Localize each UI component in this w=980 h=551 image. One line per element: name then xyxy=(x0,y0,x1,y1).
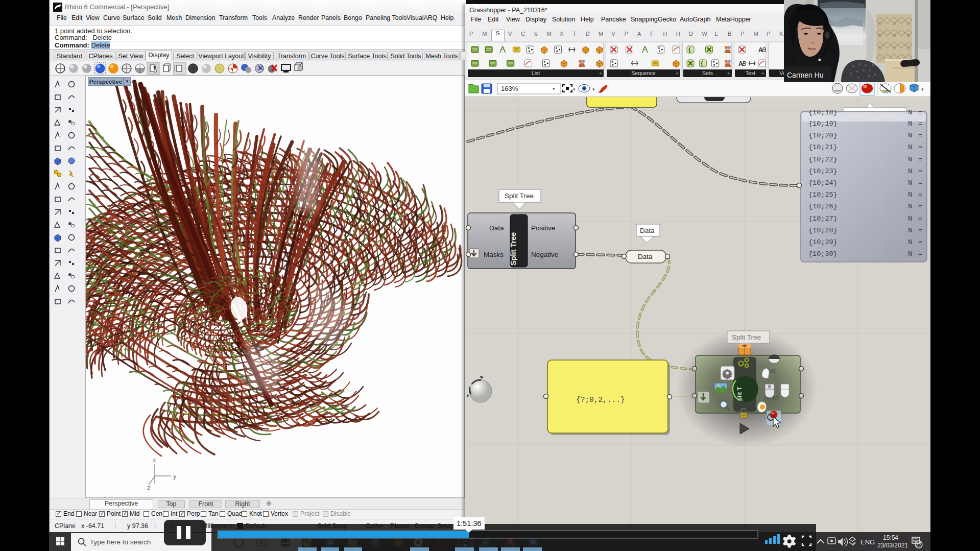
svg-text:Split Tree: Split Tree xyxy=(732,333,761,341)
svg-text:Carmen Hu: Carmen Hu xyxy=(787,71,824,79)
svg-text:=: = xyxy=(918,167,922,175)
svg-text:=: = xyxy=(918,156,922,163)
svg-text:B: B xyxy=(742,60,746,67)
svg-text:=: = xyxy=(918,191,922,199)
svg-text:y: y xyxy=(173,472,177,480)
svg-text:N: N xyxy=(908,143,912,151)
svg-text:▾: ▾ xyxy=(592,87,595,92)
svg-text:Data: Data xyxy=(489,224,504,232)
svg-text:x: x xyxy=(153,456,156,464)
svg-text:{?;0,2,...}: {?;0,2,...} xyxy=(576,396,625,404)
svg-text:=: = xyxy=(918,179,922,187)
svg-text:N: N xyxy=(908,132,912,139)
svg-text:=: = xyxy=(918,215,922,223)
svg-text:▾: ▾ xyxy=(553,86,555,91)
svg-text:{10;23}: {10;23} xyxy=(808,167,838,175)
svg-text:=: = xyxy=(918,132,922,139)
svg-text:1:51:36: 1:51:36 xyxy=(457,519,481,528)
svg-text:N: N xyxy=(908,179,912,187)
svg-text:N: N xyxy=(908,203,912,210)
svg-text:Positive: Positive xyxy=(531,224,555,232)
svg-text:N: N xyxy=(908,109,912,116)
svg-text:Negative: Negative xyxy=(531,251,558,258)
svg-text:{10;21}: {10;21} xyxy=(808,143,838,151)
svg-text:z: z xyxy=(147,484,151,491)
svg-text:▾: ▾ xyxy=(573,87,576,92)
svg-text:=: = xyxy=(918,227,922,234)
svg-text:{10;20}: {10;20} xyxy=(808,132,838,139)
svg-text:Masks: Masks xyxy=(484,251,504,258)
svg-text:N: N xyxy=(908,120,912,128)
svg-text:=: = xyxy=(918,250,922,258)
svg-text:{10;26}: {10;26} xyxy=(808,203,838,210)
svg-text:{10;22}: {10;22} xyxy=(808,156,838,163)
svg-text:Split Tree: Split Tree xyxy=(505,192,534,200)
svg-text:N: N xyxy=(908,250,912,258)
svg-text:=: = xyxy=(918,109,922,116)
svg-text:N: N xyxy=(908,215,912,223)
svg-text:·: · xyxy=(703,61,705,66)
svg-text:·: · xyxy=(691,47,692,53)
svg-text:Data: Data xyxy=(640,227,655,234)
svg-text:=: = xyxy=(918,143,922,151)
svg-text:N: N xyxy=(908,167,912,175)
svg-text:N: N xyxy=(908,191,912,199)
svg-text:N: N xyxy=(908,156,912,163)
svg-text:Data: Data xyxy=(638,253,653,260)
svg-text:{10;29}: {10;29} xyxy=(808,238,838,246)
svg-text:plit T: plit T xyxy=(736,387,743,401)
svg-text:=: = xyxy=(918,203,922,210)
svg-text:N: N xyxy=(908,227,912,234)
svg-text:{10;30}: {10;30} xyxy=(808,250,838,258)
svg-text:{10;18}: {10;18} xyxy=(808,109,838,116)
svg-text:=: = xyxy=(918,120,922,128)
svg-text:N: N xyxy=(908,238,912,246)
svg-text:163%: 163% xyxy=(501,85,518,92)
svg-text:▾: ▾ xyxy=(921,87,924,92)
svg-text:{10;24}: {10;24} xyxy=(808,179,838,187)
svg-text:{10;28}: {10;28} xyxy=(808,227,838,234)
svg-text:Split Tree: Split Tree xyxy=(509,232,517,266)
svg-text:{10;25}: {10;25} xyxy=(808,191,838,199)
svg-text:{10;27}: {10;27} xyxy=(808,215,838,223)
svg-text:=: = xyxy=(918,238,922,246)
svg-text:{10;19}: {10;19} xyxy=(808,120,838,128)
svg-text:B: B xyxy=(762,46,766,54)
